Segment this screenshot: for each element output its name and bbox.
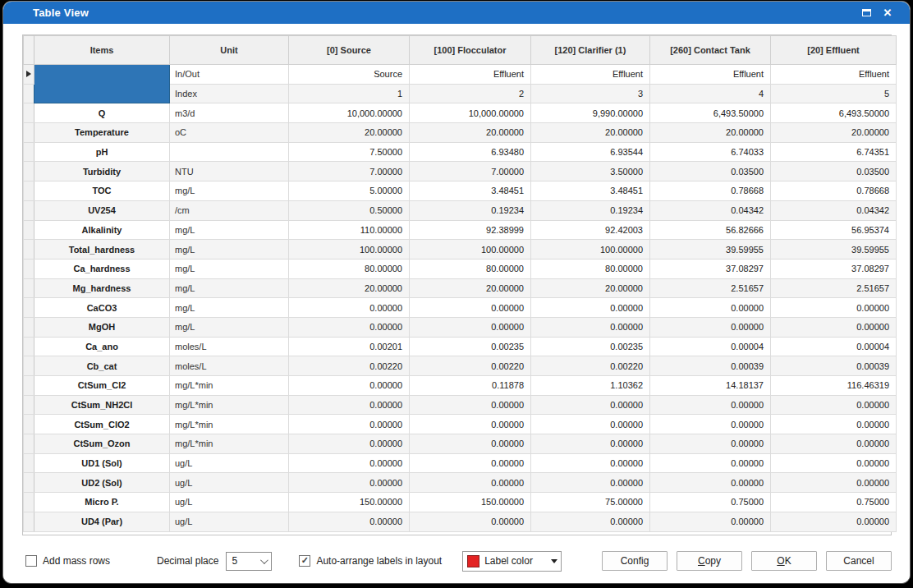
value-cell[interactable]: 150.00000	[289, 493, 410, 512]
value-cell[interactable]: 100.00000	[410, 240, 531, 260]
value-cell[interactable]: 20.00000	[289, 278, 410, 298]
column-header-unit[interactable]: Unit	[170, 36, 289, 65]
value-cell[interactable]: 0.00000	[410, 434, 531, 454]
value-cell[interactable]: 1.10362	[531, 376, 650, 396]
value-cell[interactable]: 100.00000	[289, 240, 410, 260]
value-cell[interactable]: 20.00000	[771, 123, 897, 143]
item-cell[interactable]: UD4 (Par)	[34, 512, 170, 531]
item-cell[interactable]: Micro P.	[34, 493, 170, 512]
value-cell[interactable]: 39.59955	[650, 240, 771, 260]
value-cell[interactable]: 0.00000	[289, 473, 410, 493]
value-cell[interactable]: 20.00000	[531, 278, 650, 298]
value-cell[interactable]: 0.00000	[650, 298, 771, 318]
value-cell[interactable]: 6.74351	[771, 142, 897, 162]
value-cell[interactable]: 0.04342	[771, 200, 897, 220]
value-cell[interactable]: 9,990.00000	[531, 103, 650, 123]
value-cell[interactable]: 92.38999	[410, 220, 531, 240]
value-cell[interactable]: 92.42003	[531, 220, 650, 240]
value-cell[interactable]: 0.00000	[289, 376, 410, 396]
item-cell[interactable]: Total_hardness	[34, 240, 170, 260]
row-selector-cell[interactable]	[24, 376, 34, 396]
grid-corner-cell[interactable]	[24, 36, 34, 65]
value-cell[interactable]: 6.74033	[650, 142, 771, 162]
value-cell[interactable]: 0.11878	[410, 376, 531, 396]
value-cell[interactable]: 0.00000	[410, 415, 531, 434]
value-cell[interactable]: 0.00220	[410, 356, 531, 376]
value-cell[interactable]: 150.00000	[410, 493, 531, 512]
value-cell[interactable]: 0.00000	[531, 512, 650, 531]
value-cell[interactable]: Effluent	[771, 65, 897, 85]
value-cell[interactable]: 6,493.50000	[650, 103, 771, 123]
value-cell[interactable]: 10,000.00000	[289, 103, 410, 123]
value-cell[interactable]: 0.78668	[771, 181, 897, 201]
value-cell[interactable]: 0.00000	[410, 298, 531, 318]
value-cell[interactable]: 116.46319	[771, 376, 897, 396]
unit-cell[interactable]: mg/L	[170, 259, 289, 278]
titlebar[interactable]: Table View ✕	[3, 2, 910, 24]
value-cell[interactable]: 7.50000	[289, 142, 410, 162]
item-cell[interactable]: Ca_hardness	[34, 259, 170, 278]
row-selector-cell[interactable]	[24, 453, 34, 473]
value-cell[interactable]: 0.00235	[410, 337, 531, 356]
value-cell[interactable]: 2.51657	[650, 278, 771, 298]
unit-cell[interactable]: ug/L	[170, 512, 289, 531]
value-cell[interactable]: 0.00000	[771, 453, 897, 473]
value-cell[interactable]: 39.59955	[771, 240, 897, 260]
ok-button[interactable]: OK	[751, 551, 817, 571]
row-selector-cell[interactable]	[24, 162, 34, 181]
unit-cell[interactable]: m3/d	[170, 103, 289, 123]
value-cell[interactable]: 110.00000	[289, 220, 410, 240]
row-selector-cell[interactable]	[24, 278, 34, 298]
unit-cell[interactable]: moles/L	[170, 337, 289, 356]
value-cell[interactable]: 0.00000	[531, 453, 650, 473]
value-cell[interactable]: 0.00000	[650, 453, 771, 473]
item-cell[interactable]: CtSum_Ozon	[34, 434, 170, 454]
value-cell[interactable]: 37.08297	[650, 259, 771, 278]
value-cell[interactable]: 0.00000	[289, 317, 410, 337]
value-cell[interactable]: 0.50000	[289, 200, 410, 220]
row-selector-cell[interactable]	[24, 200, 34, 220]
value-cell[interactable]: 0.00000	[771, 395, 897, 415]
unit-cell[interactable]: ug/L	[170, 453, 289, 473]
row-selector-cell[interactable]	[24, 415, 34, 434]
value-cell[interactable]: 20.00000	[289, 123, 410, 143]
cancel-button[interactable]: Cancel	[826, 551, 892, 571]
item-cell[interactable]: Turbidity	[34, 162, 170, 181]
value-cell[interactable]: 0.00000	[650, 512, 771, 531]
value-cell[interactable]: 0.19234	[410, 200, 531, 220]
unit-cell[interactable]: ug/L	[170, 473, 289, 493]
unit-cell[interactable]: mg/L	[170, 220, 289, 240]
value-cell[interactable]: 0.00000	[289, 298, 410, 318]
value-cell[interactable]: 0.00000	[650, 415, 771, 434]
value-cell[interactable]: 0.00000	[771, 473, 897, 493]
value-cell[interactable]: 0.04342	[650, 200, 771, 220]
value-cell[interactable]: 0.03500	[771, 162, 897, 181]
row-selector-cell[interactable]	[24, 142, 34, 162]
unit-cell[interactable]: mg/L	[170, 278, 289, 298]
copy-button[interactable]: Copy	[677, 551, 742, 571]
unit-cell[interactable]: oC	[170, 123, 289, 143]
unit-cell[interactable]	[170, 142, 289, 162]
item-cell[interactable]: Cb_cat	[34, 356, 170, 376]
value-cell[interactable]: 6.93544	[531, 142, 650, 162]
row-selector-cell[interactable]	[24, 240, 34, 260]
value-cell[interactable]: 0.00000	[289, 434, 410, 454]
unit-cell[interactable]: Index	[170, 84, 289, 103]
value-cell[interactable]: 0.00004	[650, 337, 771, 356]
value-cell[interactable]: 0.00000	[531, 395, 650, 415]
row-selector-cell[interactable]	[24, 473, 34, 493]
item-cell[interactable]: CaCO3	[34, 298, 170, 318]
item-cell[interactable]: CtSum_ClO2	[34, 415, 170, 434]
item-cell[interactable]: Mg_hardness	[34, 278, 170, 298]
value-cell[interactable]: 0.00000	[650, 395, 771, 415]
item-cell[interactable]: TOC	[34, 181, 170, 201]
value-cell[interactable]: 80.00000	[531, 259, 650, 278]
unit-cell[interactable]: mg/L*min	[170, 395, 289, 415]
unit-cell[interactable]: moles/L	[170, 356, 289, 376]
value-cell[interactable]: 3.48451	[531, 181, 650, 201]
value-cell[interactable]: 0.00000	[771, 415, 897, 434]
value-cell[interactable]: 0.00000	[410, 473, 531, 493]
value-cell[interactable]: 0.00004	[771, 337, 897, 356]
value-cell[interactable]: 10,000.00000	[410, 103, 531, 123]
value-cell[interactable]: 5	[771, 84, 897, 103]
